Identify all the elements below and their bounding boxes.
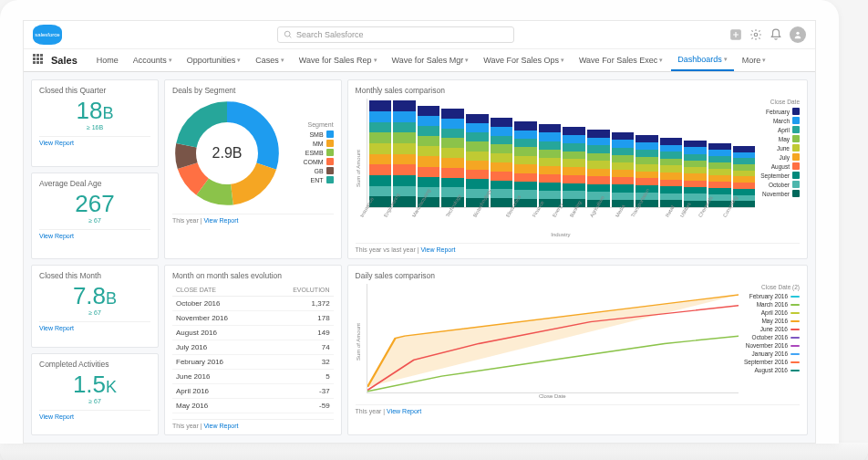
nav-item-opportunities[interactable]: Opportunities▾ xyxy=(181,49,248,71)
table-row[interactable]: June 20165 xyxy=(172,370,334,384)
card-title: Closed this Month xyxy=(39,271,150,280)
card-avg-deal-age: Average Deal Age 267 ≥ 67 View Report xyxy=(31,172,159,260)
legend-item: July xyxy=(760,153,800,161)
add-icon[interactable] xyxy=(729,28,742,41)
donut-center-value: 2.9B xyxy=(212,145,243,162)
nav-item-wave-for-sales-ops[interactable]: Wave For Sales Ops▾ xyxy=(477,49,571,71)
svg-point-3 xyxy=(754,33,758,37)
legend-item: GB xyxy=(303,167,333,174)
view-report-link[interactable]: View Report xyxy=(39,325,74,331)
gear-icon[interactable] xyxy=(749,28,762,41)
chevron-down-icon: ▾ xyxy=(762,57,766,64)
nav-item-wave-for-sales-rep[interactable]: Wave for Sales Rep▾ xyxy=(293,49,384,71)
card-daily-comparison: Daily sales comparison Sum of Amount Clo… xyxy=(347,265,808,435)
legend-item: MM xyxy=(303,140,333,147)
table-row[interactable]: February 201632 xyxy=(172,355,334,370)
card-title: Daily sales comparison xyxy=(356,271,800,280)
metric-sub: ≥ 16B xyxy=(39,124,150,131)
legend-item: April 2016 xyxy=(744,309,800,316)
nav-item-wave-for-sales-exec[interactable]: Wave For Sales Exec▾ xyxy=(573,49,669,71)
card-monthly-comparison: Monthly sales comparison Sum of Amount I… xyxy=(347,79,808,259)
footer-pre: This year | xyxy=(356,408,388,414)
svg-point-0 xyxy=(284,31,290,37)
nav-item-wave-for-sales-mgr[interactable]: Wave for Sales Mgr▾ xyxy=(386,49,476,71)
card-title: Closed this Quarter xyxy=(39,86,150,95)
nav-item-cases[interactable]: Cases▾ xyxy=(249,49,291,71)
salesforce-logo: salesforce xyxy=(33,25,62,45)
bar-column xyxy=(441,100,464,207)
chevron-down-icon: ▾ xyxy=(724,56,728,63)
chevron-down-icon: ▾ xyxy=(561,57,564,64)
view-report-link[interactable]: View Report xyxy=(420,246,455,253)
table-header: EVOLUTION xyxy=(264,284,333,297)
table-row[interactable]: July 201674 xyxy=(172,340,334,355)
footer-pre: This year | xyxy=(172,423,204,429)
nav-item-more[interactable]: More▾ xyxy=(736,49,773,71)
bar-column xyxy=(587,100,610,207)
table-row[interactable]: November 2016178 xyxy=(172,311,334,326)
card-title: Completed Activities xyxy=(39,360,150,369)
card-title: Deals by Segment xyxy=(172,86,334,95)
legend-item: COMM xyxy=(303,158,333,165)
footer-pre: This year | xyxy=(172,217,204,224)
bar-column xyxy=(563,100,585,207)
evolution-table: CLOSE DATEEVOLUTION October 20161,372Nov… xyxy=(172,284,334,413)
bar-column xyxy=(612,100,635,207)
view-report-link[interactable]: View Report xyxy=(39,413,74,420)
bar-column xyxy=(684,100,707,207)
legend-item: May xyxy=(760,135,800,142)
table-row[interactable]: October 20161,372 xyxy=(172,297,334,311)
nav-item-dashboards[interactable]: Dashboards▾ xyxy=(671,49,734,71)
card-title: Month on month sales evolution xyxy=(172,271,334,280)
search-input[interactable]: Search Salesforce xyxy=(277,26,514,43)
legend-item: August 2016 xyxy=(744,367,800,373)
view-report-link[interactable]: View Report xyxy=(39,140,74,146)
legend-item: SMB xyxy=(303,131,333,138)
table-row[interactable]: April 2016-37 xyxy=(172,384,334,399)
card-evolution: Month on month sales evolution CLOSE DAT… xyxy=(164,265,342,435)
card-closed-month: Closed this Month 7.8B ≥ 67 View Report xyxy=(31,265,159,348)
table-header: CLOSE DATE xyxy=(172,284,264,297)
metric-value: 7.8B xyxy=(39,284,150,308)
search-icon xyxy=(284,30,293,39)
metric-sub: ≥ 67 xyxy=(39,217,150,224)
view-report-link[interactable]: View Report xyxy=(204,423,239,429)
y-axis-label: Sum of Amount xyxy=(356,284,361,399)
x-axis-label: Industry xyxy=(367,232,756,237)
global-header: salesforce Search Salesforce xyxy=(24,21,815,49)
bell-icon[interactable] xyxy=(770,28,782,41)
view-report-link[interactable]: View Report xyxy=(204,217,239,224)
legend-item: September xyxy=(760,172,800,179)
legend-item: April xyxy=(760,126,800,133)
card-closed-quarter: Closed this Quarter 18B ≥ 16B View Repor… xyxy=(31,79,159,167)
bar-column xyxy=(539,100,562,207)
bar-column xyxy=(514,100,537,207)
chevron-down-icon: ▾ xyxy=(237,57,241,64)
legend-item: ENT xyxy=(303,176,333,183)
dashboard-grid: Closed this Quarter 18B ≥ 16B View Repor… xyxy=(24,72,815,443)
x-axis-label: Close Date xyxy=(367,393,739,399)
view-report-link[interactable]: View Report xyxy=(39,233,74,239)
nav-item-home[interactable]: Home xyxy=(90,49,125,71)
card-title: Average Deal Age xyxy=(39,179,150,188)
bar-column xyxy=(660,100,683,207)
legend-title: Close Date (2) xyxy=(744,284,800,290)
svg-point-4 xyxy=(796,32,799,35)
legend-item: June xyxy=(760,144,800,152)
chevron-down-icon: ▾ xyxy=(374,57,377,64)
svg-line-1 xyxy=(289,36,291,37)
legend-item: October 2016 xyxy=(744,334,800,340)
chevron-down-icon: ▾ xyxy=(659,57,663,64)
nav-item-accounts[interactable]: Accounts▾ xyxy=(127,49,179,71)
footer-pre: This year vs last year | xyxy=(356,246,421,253)
legend-item: March xyxy=(760,117,800,124)
table-row[interactable]: May 2016-59 xyxy=(172,399,334,413)
avatar[interactable] xyxy=(790,26,806,43)
app-launcher-icon[interactable] xyxy=(33,54,46,67)
card-completed-activities: Completed Activities 1.5K ≥ 67 View Repo… xyxy=(31,353,159,436)
table-row[interactable]: August 2016149 xyxy=(172,326,334,340)
view-report-link[interactable]: View Report xyxy=(387,408,421,414)
chevron-down-icon: ▾ xyxy=(281,57,284,64)
bar-column xyxy=(733,100,756,207)
donut-chart: 2.9B xyxy=(172,99,282,208)
